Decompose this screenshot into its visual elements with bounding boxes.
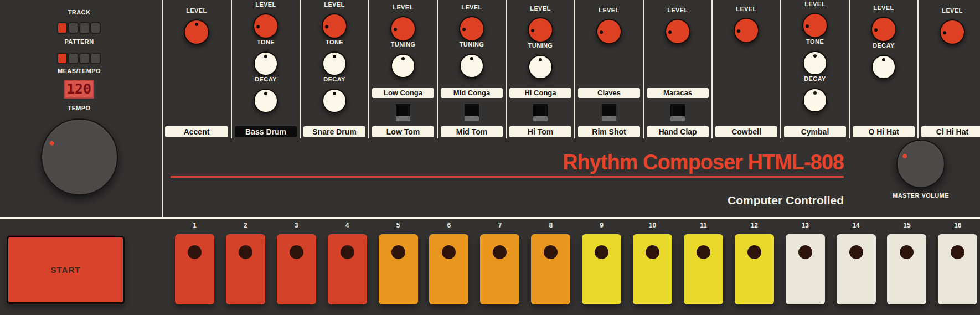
open-hi-hat-level-knob[interactable] (871, 17, 896, 42)
bass-drum-level-knob[interactable] (253, 13, 278, 39)
step-number: 13 (786, 221, 825, 228)
low-tom-mode-switch[interactable] (396, 104, 410, 121)
channel-name-rim-shot[interactable]: Rim Shot (578, 126, 640, 137)
open-hi-hat-decay-knob[interactable] (871, 55, 896, 79)
channel-mid-tom: LEVEL TUNING Mid Conga Mid Tom (437, 0, 506, 138)
low-tom-level-knob[interactable] (390, 16, 416, 42)
cymbal-level-knob[interactable] (802, 13, 828, 38)
sub-label-low-conga: Low Conga (372, 88, 434, 98)
pattern-led-2[interactable] (68, 53, 79, 64)
channel-name-bass-drum[interactable]: Bass Drum (235, 126, 297, 137)
step-button-1[interactable] (175, 234, 214, 304)
step-11: 11 (684, 221, 723, 304)
step-button-13[interactable] (786, 234, 825, 304)
bass-drum-tone-knob[interactable] (254, 51, 278, 76)
step-button-16[interactable] (938, 234, 977, 304)
step-button-15[interactable] (887, 234, 926, 304)
channel-name-mid-tom[interactable]: Mid Tom (441, 126, 503, 137)
knob-label: LEVEL (162, 7, 231, 14)
step-led (391, 245, 405, 259)
step-button-2[interactable] (226, 234, 265, 304)
closed-hi-hat-level-knob[interactable] (940, 19, 965, 45)
step-number: 6 (429, 221, 468, 228)
mid-tom-mode-switch[interactable] (465, 104, 479, 121)
switch-slider (396, 116, 410, 121)
low-tom-tuning-knob[interactable] (391, 54, 415, 78)
mid-tom-level-knob[interactable] (459, 16, 484, 42)
channel-low-tom: LEVEL TUNING Low Conga Low Tom (368, 0, 437, 138)
knob-label: LEVEL (232, 1, 300, 8)
hi-tom-mode-switch[interactable] (533, 104, 548, 121)
rim-shot-level-knob[interactable] (596, 19, 622, 44)
step-button-3[interactable] (277, 234, 316, 304)
sub-label-claves: Claves (578, 88, 640, 98)
snare-drum-tone-knob[interactable] (322, 51, 347, 76)
channel-name-cymbal[interactable]: Cymbal (784, 126, 846, 137)
step-10: 10 (633, 221, 672, 304)
hi-tom-level-knob[interactable] (528, 17, 553, 43)
rim-shot-mode-switch[interactable] (602, 104, 616, 121)
step-number: 14 (837, 221, 876, 228)
start-button[interactable]: START (7, 236, 125, 304)
step-button-4[interactable] (328, 234, 367, 304)
channel-name-closed-hi-hat[interactable]: Cl Hi Hat (921, 126, 980, 137)
switch-body (465, 104, 479, 116)
knob-label: LEVEL (575, 7, 643, 13)
switch-slider (533, 116, 548, 121)
hi-tom-tuning-knob[interactable] (528, 55, 553, 79)
knob-pointer (323, 90, 345, 112)
mid-tom-tuning-knob[interactable] (460, 54, 484, 78)
pattern-led-3[interactable] (79, 53, 90, 64)
switch-body (670, 104, 685, 116)
accent-level-knob[interactable] (184, 19, 209, 45)
hand-clap-mode-switch[interactable] (670, 104, 685, 121)
channel-name-hand-clap[interactable]: Hand Clap (647, 126, 709, 137)
cymbal-tone-knob[interactable] (803, 51, 827, 75)
hand-clap-level-knob[interactable] (665, 19, 690, 44)
sub-label-mid-conga: Mid Conga (441, 88, 503, 98)
step-button-14[interactable] (837, 234, 876, 304)
step-button-9[interactable] (582, 234, 621, 304)
step-button-10[interactable] (633, 234, 672, 304)
step-button-8[interactable] (531, 234, 570, 304)
pattern-led-4[interactable] (90, 53, 101, 64)
step-3: 3 (277, 221, 316, 304)
bass-drum-decay-knob[interactable] (254, 89, 278, 113)
channel-name-hi-tom[interactable]: Hi Tom (509, 126, 571, 137)
track-led-3[interactable] (79, 22, 90, 34)
step-led (900, 245, 914, 259)
tempo-display: 120 (64, 80, 94, 99)
snare-drum-level-knob[interactable] (322, 13, 347, 39)
step-9: 9 (582, 221, 621, 304)
step-7: 7 (480, 221, 519, 304)
tempo-label: TEMPO (24, 105, 135, 111)
step-button-12[interactable] (735, 234, 774, 304)
step-number: 9 (582, 221, 621, 228)
channel-hand-clap: LEVEL Maracas Hand Clap (643, 0, 711, 138)
cowbell-level-knob[interactable] (734, 18, 759, 43)
track-led-2[interactable] (68, 22, 79, 34)
channel-name-accent[interactable]: Accent (165, 126, 228, 137)
knob-label: LEVEL (644, 7, 711, 13)
channel-name-low-tom[interactable]: Low Tom (372, 126, 434, 137)
knob-label: LEVEL (438, 4, 506, 11)
tempo-knob[interactable] (41, 118, 118, 195)
track-led-4[interactable] (90, 22, 101, 34)
step-button-6[interactable] (429, 234, 468, 304)
track-led-1[interactable] (57, 22, 68, 34)
step-button-11[interactable] (684, 234, 723, 304)
step-number: 1 (175, 221, 214, 228)
step-button-5[interactable] (379, 234, 418, 304)
channel-name-open-hi-hat[interactable]: O Hi Hat (853, 126, 915, 137)
knob-pointer (734, 18, 759, 43)
channel-name-cowbell[interactable]: Cowbell (715, 126, 777, 137)
master-volume-knob[interactable] (896, 140, 945, 188)
step-13: 13 (786, 221, 825, 304)
cymbal-decay-knob[interactable] (803, 88, 827, 112)
knob-pointer (665, 19, 690, 44)
snare-drum-decay-knob[interactable] (322, 89, 347, 113)
pattern-led-1[interactable] (57, 53, 68, 64)
step-button-7[interactable] (480, 234, 519, 304)
channel-name-snare-drum[interactable]: Snare Drum (303, 126, 365, 137)
knob-pointer (596, 19, 622, 44)
